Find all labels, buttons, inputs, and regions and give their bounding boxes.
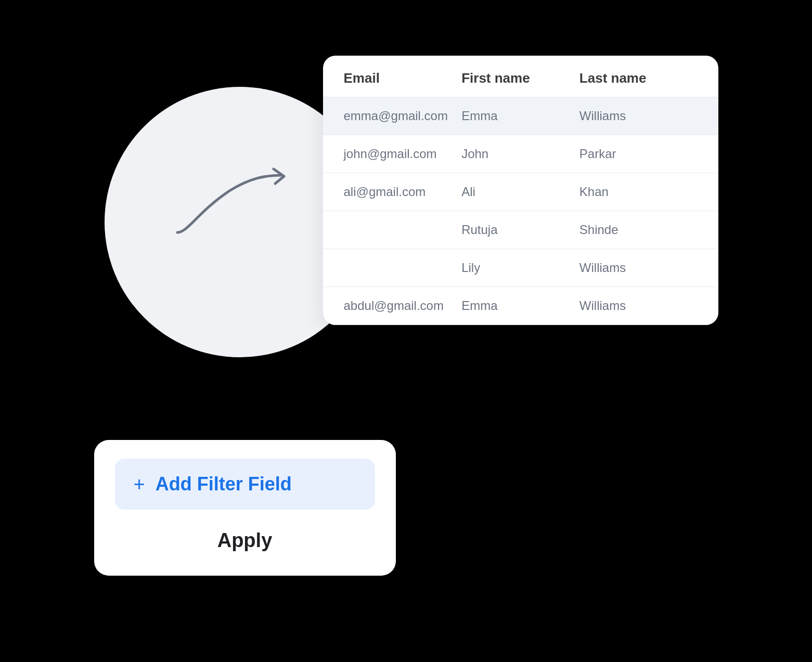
add-filter-button[interactable]: + Add Filter Field: [115, 459, 375, 510]
cell-email: emma@gmail.com: [344, 109, 462, 123]
cell-last-name: Shinde: [579, 223, 698, 237]
table-row: john@gmail.com John Parkar: [323, 135, 718, 173]
scene: Email First name Last name emma@gmail.co…: [94, 45, 718, 617]
table-row: lily@gmail.com Lily Williams: [323, 249, 718, 287]
cell-first-name: Emma: [461, 298, 579, 313]
cell-email: ali@gmail.com: [344, 185, 462, 199]
filter-card: + Add Filter Field Apply: [94, 440, 396, 576]
cell-last-name: Williams: [579, 109, 698, 123]
plus-icon: +: [134, 474, 145, 494]
cell-last-name: Khan: [579, 185, 698, 199]
cell-email: abdul@gmail.com: [344, 298, 462, 313]
arrow-icon: [146, 149, 292, 253]
cell-first-name: Emma: [461, 109, 579, 123]
table-row: rutuja@gmail.com Rutuja Shinde: [323, 211, 718, 249]
apply-button[interactable]: Apply: [115, 524, 375, 557]
apply-label: Apply: [217, 529, 273, 552]
data-table-card: Email First name Last name emma@gmail.co…: [323, 56, 718, 325]
cell-last-name: Williams: [579, 298, 698, 313]
arrow-container: [146, 149, 292, 253]
header-email: Email: [344, 70, 462, 86]
cell-email: john@gmail.com: [344, 147, 462, 161]
cell-last-name: Parkar: [579, 147, 698, 161]
table-header: Email First name Last name: [323, 56, 718, 97]
header-first-name: First name: [461, 70, 579, 86]
table-row: emma@gmail.com Emma Williams: [323, 97, 718, 135]
table-row: abdul@gmail.com Emma Williams: [323, 287, 718, 325]
cell-last-name: Williams: [579, 261, 698, 275]
header-last-name: Last name: [579, 70, 698, 86]
cell-first-name: Lily: [461, 261, 579, 275]
add-filter-label: Add Filter Field: [156, 473, 292, 495]
table-row: ali@gmail.com Ali Khan: [323, 173, 718, 211]
cell-first-name: John: [461, 147, 579, 161]
cell-first-name: Ali: [461, 185, 579, 199]
cell-first-name: Rutuja: [461, 223, 579, 237]
